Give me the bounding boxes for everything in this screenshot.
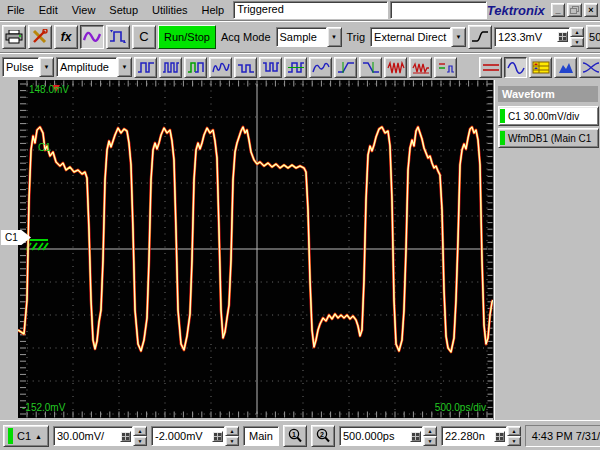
vscale-spinner: ▲ ▼ <box>133 426 147 446</box>
waveform-item-c1[interactable]: C1 30.00mV/div <box>498 106 599 126</box>
trig-dropdown-arrow-icon[interactable]: ▼ <box>451 27 466 47</box>
meas-low-button[interactable] <box>259 57 282 78</box>
clear-icon: C <box>139 29 148 44</box>
pulse-autoset-icon <box>109 29 127 44</box>
vertical-offset-field[interactable]: -2.000mV ▲ ▼ <box>151 426 239 446</box>
waveform-item-label: C1 30.00mV/div <box>508 111 579 122</box>
rising-edge-icon <box>471 30 489 43</box>
record-keypad-button[interactable] <box>494 431 505 442</box>
restore-button[interactable] <box>567 3 581 17</box>
trig-level-keypad-button[interactable] <box>557 31 568 42</box>
waveform-item-wfmdb1[interactable]: WfmDB1 (Main C1 <box>498 128 599 148</box>
vscale-up-icon[interactable]: ▲ <box>133 426 147 436</box>
results-table-button[interactable] <box>529 57 552 78</box>
menu-edit[interactable]: Edit <box>32 2 65 19</box>
keypad-icon <box>412 433 419 440</box>
histogram-button[interactable] <box>554 57 577 78</box>
zoom2-button[interactable]: 2 <box>311 425 335 447</box>
vscale-down-icon[interactable]: ▼ <box>133 436 147 446</box>
meas-annotation-button[interactable] <box>434 57 457 78</box>
clear-data-button[interactable]: C <box>132 25 156 49</box>
meas-burst-width-button[interactable] <box>384 57 407 78</box>
record-up-icon[interactable]: ▲ <box>507 426 521 436</box>
minimize-button[interactable]: _ <box>551 3 565 17</box>
trig-source-dropdown[interactable]: External Direct ▼ <box>370 27 466 47</box>
trig-level-down-icon[interactable]: ▼ <box>570 37 584 47</box>
acq-mode-value: Sample <box>276 27 327 47</box>
burst-amplitude-icon <box>412 61 430 74</box>
waveform-panel: Waveform C1 30.00mV/div WfmDB1 (Main C1 <box>493 80 600 420</box>
meas-frequency-button[interactable] <box>209 57 232 78</box>
amplitude-icon <box>287 61 305 74</box>
channel-select-button[interactable]: C1 ▲ <box>3 425 49 447</box>
utility-tools-button[interactable] <box>28 25 52 49</box>
trig-level-up-icon[interactable]: ▲ <box>570 27 584 37</box>
meas-class-value: Amplitude <box>56 57 117 77</box>
menu-utilities[interactable]: Utilities <box>145 2 194 19</box>
run-stop-button[interactable]: Run/Stop <box>158 25 216 49</box>
autoset-button[interactable] <box>106 25 130 49</box>
trig-level-field[interactable]: 123.3mV ▲ ▼ <box>494 27 584 47</box>
control-bar: C1 ▲ 30.00mV/ ▲ ▼ -2.000mV ▲ ▼ Main 1 2 … <box>0 420 600 450</box>
display-zoom-button[interactable]: 50% <box>586 25 600 49</box>
hscale-up-icon[interactable]: ▲ <box>423 426 437 436</box>
vertical-scale-value: 30.00mV/ <box>57 430 104 442</box>
vscale-keypad-button[interactable] <box>120 431 131 442</box>
channel-color-stripe <box>500 131 505 145</box>
trig-slope-button[interactable] <box>468 25 492 49</box>
meas-high-button[interactable] <box>234 57 257 78</box>
waveform-view-button[interactable] <box>504 57 527 78</box>
meas-rise-time-button[interactable] <box>334 57 357 78</box>
waveform-display-button[interactable] <box>80 25 104 49</box>
trig-source-value: External Direct <box>370 27 451 47</box>
vertical-scale-field[interactable]: 30.00mV/ ▲ ▼ <box>53 426 147 446</box>
eye-diagram-button[interactable] <box>579 57 600 78</box>
acq-mode-dropdown[interactable]: Sample ▼ <box>276 27 342 47</box>
hscale-keypad-button[interactable] <box>410 431 421 442</box>
meas-peak-peak-button[interactable] <box>309 57 332 78</box>
meas-fall-time-button[interactable] <box>359 57 382 78</box>
channel-color-stripe <box>500 109 505 123</box>
math-button[interactable]: fx <box>54 25 78 49</box>
meas-type-arrow-icon[interactable]: ▼ <box>39 57 54 77</box>
graticule[interactable] <box>18 80 493 418</box>
secondary-status-field <box>390 1 487 19</box>
meas-pulse-width-button[interactable] <box>134 57 157 78</box>
meas-type-dropdown[interactable]: Pulse ▼ <box>2 57 54 77</box>
meas-class-arrow-icon[interactable]: ▼ <box>117 57 132 77</box>
meas-period-button[interactable] <box>159 57 182 78</box>
meas-amplitude-button[interactable] <box>284 57 307 78</box>
hscale-spinner: ▲ ▼ <box>423 426 437 446</box>
menu-help[interactable]: Help <box>195 2 232 19</box>
print-button[interactable] <box>2 25 26 49</box>
menu-setup[interactable]: Setup <box>102 2 145 19</box>
graticule-bottom-label: -152.0mV <box>22 402 65 413</box>
close-button[interactable]: × <box>584 3 598 17</box>
meas-burst-amplitude-button[interactable] <box>409 57 432 78</box>
record-down-icon[interactable]: ▼ <box>507 436 521 446</box>
cursors-button[interactable] <box>479 57 502 78</box>
menu-view[interactable]: View <box>65 2 103 19</box>
rise-time-icon <box>337 61 355 74</box>
peak-peak-icon <box>312 61 330 74</box>
meas-class-dropdown[interactable]: Amplitude ▼ <box>56 57 132 77</box>
histogram-icon <box>557 61 575 74</box>
record-spinner: ▲ ▼ <box>507 426 521 446</box>
timebase-indicator[interactable]: Main <box>243 426 279 446</box>
waveform-item-label: WfmDB1 (Main C1 <box>508 133 591 144</box>
acq-mode-dropdown-arrow-icon[interactable]: ▼ <box>327 27 342 47</box>
zoom2-number: 2 <box>320 431 324 438</box>
vertical-offset-box: -2.000mV <box>151 426 225 446</box>
oscilloscope-app: { "titlebar": { "menus": ["File","Edit",… <box>0 0 600 450</box>
trig-label: Trig <box>344 31 369 43</box>
hscale-down-icon[interactable]: ▼ <box>423 436 437 446</box>
zoom1-button[interactable]: 1 <box>283 425 307 447</box>
voffset-keypad-button[interactable] <box>212 431 223 442</box>
vertical-scale-box: 30.00mV/ <box>53 426 133 446</box>
meas-duty-cycle-button[interactable] <box>184 57 207 78</box>
record-position-field[interactable]: 22.280n ▲ ▼ <box>441 426 521 446</box>
voffset-down-icon[interactable]: ▼ <box>225 436 239 446</box>
horizontal-scale-field[interactable]: 500.000ps ▲ ▼ <box>339 426 437 446</box>
menu-file[interactable]: File <box>0 2 32 19</box>
voffset-up-icon[interactable]: ▲ <box>225 426 239 436</box>
